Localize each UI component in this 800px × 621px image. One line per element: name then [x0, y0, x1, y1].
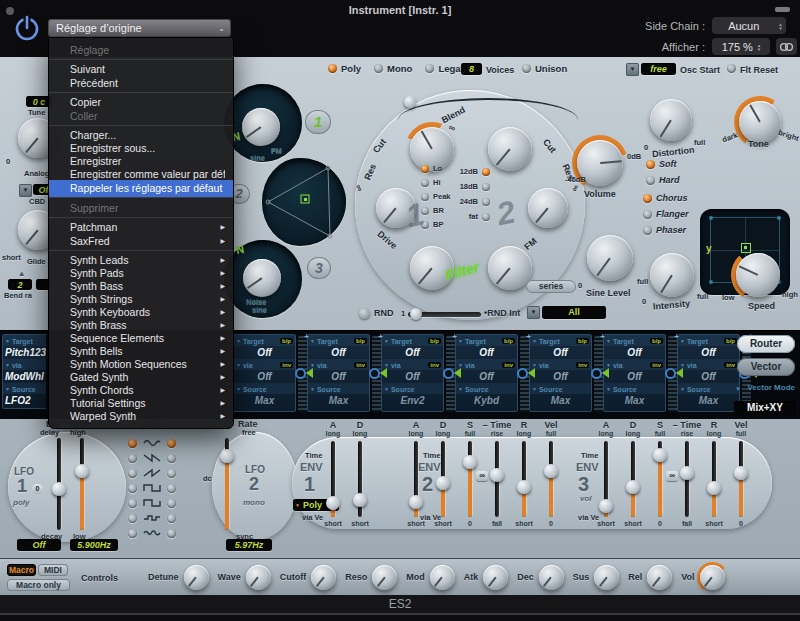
router-slot[interactable]: ▼ Target b/p Off ▼ via inv Off ▼	[529, 334, 603, 412]
router-slider-dot[interactable]	[591, 368, 602, 379]
chevron-down-icon[interactable]: ▼	[5, 386, 10, 392]
side-chain-select[interactable]: Aucun ▴▾	[712, 17, 786, 34]
filter-slope-led[interactable]	[482, 183, 490, 191]
voices-count[interactable]: 8	[461, 63, 482, 75]
menu-item[interactable]: Synth Strings ▶	[49, 292, 233, 305]
router-bp-badge[interactable]: b/p	[650, 338, 663, 344]
unison-led[interactable]	[522, 64, 531, 73]
menu-item[interactable]: Synth Pads ▶	[49, 266, 233, 279]
lfo2-wave-led[interactable]	[167, 484, 176, 493]
router-target-value[interactable]: Off	[530, 346, 591, 359]
router-slot[interactable]: ▼ Target b/p Off ▼ via inv Off ▼	[381, 334, 455, 412]
router-target-value[interactable]: Off	[234, 346, 295, 359]
router-via-value[interactable]: ModWhl	[3, 370, 46, 383]
router-via-value[interactable]: Off	[382, 370, 443, 383]
voice-mode-led[interactable]	[374, 64, 383, 73]
midi-button[interactable]: MIDI	[38, 564, 68, 576]
distortion-mode-led[interactable]	[646, 176, 655, 185]
afficher-select[interactable]: 175 % ▴▾	[712, 38, 770, 55]
filter-mode-led[interactable]	[421, 193, 429, 201]
router-slider-arrow-icon[interactable]	[676, 368, 683, 378]
lfo2-rate-value[interactable]: 5.97Hz	[226, 539, 272, 551]
lfo1-rate-value[interactable]: 5.900Hz	[70, 539, 118, 551]
menu-item[interactable]: SaxFred ▶	[49, 233, 233, 251]
lfo2-wave-led[interactable]	[167, 469, 176, 478]
effect-mode[interactable]: Flanger	[643, 209, 689, 219]
macro-knob[interactable]	[311, 565, 336, 590]
lfo1-wave-led[interactable]	[128, 469, 137, 478]
menu-item[interactable]: Synth Motion Sequences ▶	[49, 357, 233, 370]
menu-item[interactable]: Copier	[49, 95, 233, 108]
router-inv-badge[interactable]: inv	[724, 362, 737, 368]
macro-knob[interactable]	[594, 565, 619, 590]
power-button-icon[interactable]	[12, 13, 42, 43]
chevron-down-icon[interactable]: ▼	[735, 386, 741, 392]
router-intensity-slider[interactable]: +	[446, 336, 455, 412]
filter-mode-led[interactable]	[421, 179, 429, 187]
lfo1-eg-value[interactable]: Off	[17, 539, 61, 551]
lfo-wave-option[interactable]	[128, 498, 176, 508]
distortion-mode[interactable]: Hard	[646, 175, 680, 185]
rnd-int-handle[interactable]	[410, 308, 422, 320]
lfo2-wave-led[interactable]	[167, 439, 176, 448]
menu-item[interactable]: Supprimer	[49, 200, 233, 218]
router-slider-arrow-icon[interactable]	[380, 368, 387, 378]
filter-slope-led[interactable]	[482, 168, 490, 176]
router-slot-active[interactable]: ▼Target Pitch123 ▼via ModWhl ▼Source LFO…	[2, 334, 46, 409]
router-slot[interactable]: ▼ Target b/p Off ▼ via inv Off ▼	[455, 334, 529, 412]
chevron-down-icon[interactable]: ▼	[458, 386, 463, 392]
router-source-value[interactable]: Env2	[382, 394, 443, 408]
chevron-down-icon[interactable]: ▼	[236, 338, 241, 344]
chevron-down-icon[interactable]: ▼	[310, 338, 315, 344]
router-intensity-slider[interactable]: +	[372, 336, 381, 412]
sine-level-knob[interactable]	[587, 235, 633, 281]
distortion-mode-led[interactable]	[646, 160, 655, 169]
menu-item[interactable]: Sequence Elements ▶	[49, 331, 233, 344]
filter-slope-led[interactable]	[482, 198, 490, 206]
macro-knob-control[interactable]: Detune	[148, 565, 209, 590]
macro-knob[interactable]	[184, 565, 209, 590]
router-inv-badge[interactable]: inv	[650, 362, 663, 368]
macro-knob-control[interactable]: Wave	[218, 565, 271, 590]
chevron-down-icon[interactable]: ▼	[236, 386, 241, 392]
env-slider[interactable]: Vel full 0	[733, 421, 749, 527]
chevron-down-icon[interactable]: ▼	[384, 338, 389, 344]
lfo1-wave-led[interactable]	[128, 484, 137, 493]
rnd-target-dropdown[interactable]: ▼	[527, 306, 540, 319]
blend-slider-handle[interactable]	[404, 96, 416, 108]
voice-mode-led[interactable]	[328, 64, 337, 73]
lfo1-wave-led[interactable]	[128, 454, 137, 463]
preset-dropdown[interactable]: Réglage d’origine ⌄	[48, 19, 231, 37]
menu-item[interactable]: Synth Brass ▶	[49, 318, 233, 331]
voice-mode-led[interactable]	[425, 64, 434, 73]
speed-knob[interactable]	[736, 253, 780, 297]
env-slider[interactable]: R long short	[516, 421, 532, 527]
distortion-knob[interactable]	[650, 99, 692, 141]
router-via-value[interactable]: Off	[234, 370, 295, 383]
filter2-res-knob[interactable]	[528, 188, 568, 228]
router-bp-badge[interactable]: b/p	[354, 338, 367, 344]
menu-item[interactable]: Synth Bells ▶	[49, 344, 233, 357]
macro-knob-control[interactable]: Vol	[681, 565, 724, 590]
router-slot[interactable]: ▼ Target b/p Off ▼ via inv Off ▼	[233, 334, 307, 412]
vector-tab-button[interactable]: Vector	[737, 358, 795, 376]
macro-knob-control[interactable]: Mod	[406, 565, 455, 590]
effect-mode-led[interactable]	[643, 194, 652, 203]
infinity-badge[interactable]: ∞	[476, 471, 488, 481]
env-slider[interactable]: D long short	[352, 421, 368, 527]
filter2-slope[interactable]: 24dB	[446, 197, 490, 206]
router-via-value[interactable]: Off	[678, 370, 739, 383]
rnd-target-value[interactable]: All	[542, 306, 606, 319]
router-intensity-slider[interactable]: +	[298, 336, 307, 412]
macro-only-button[interactable]: Macro only	[7, 579, 70, 591]
router-via-value[interactable]: Off	[530, 370, 591, 383]
lfo-wave-option[interactable]	[128, 483, 176, 493]
lfo1-rate-slider[interactable]	[74, 438, 90, 530]
env-slider[interactable]: D long short	[625, 421, 641, 527]
filter2-slope[interactable]: 18dB	[446, 182, 490, 191]
env-slider[interactable]: R long short	[706, 421, 722, 527]
menu-item[interactable]: Réglage	[49, 42, 233, 60]
router-slider-dot[interactable]	[517, 368, 528, 379]
effect-mode-led[interactable]	[643, 210, 652, 219]
filter2-slope[interactable]: fat	[446, 212, 490, 221]
